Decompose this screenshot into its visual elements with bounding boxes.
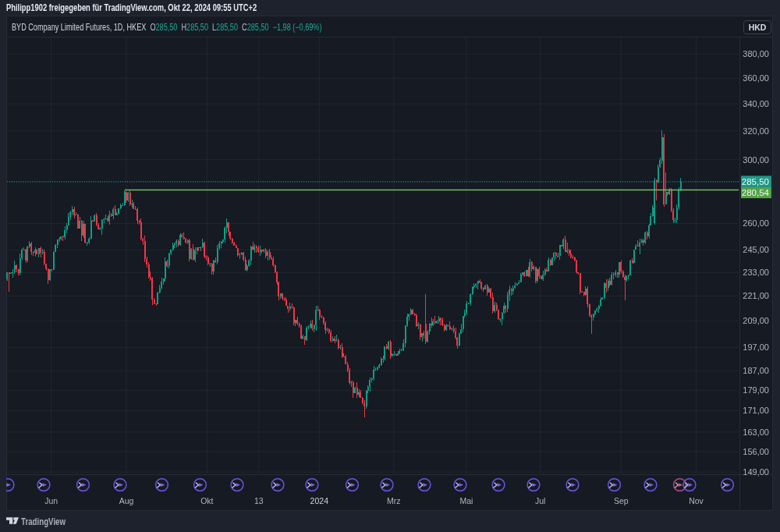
svg-text:360,00: 360,00: [743, 73, 769, 83]
svg-text:320,00: 320,00: [743, 126, 769, 136]
svg-text:2024: 2024: [310, 496, 329, 505]
svg-text:Nov: Nov: [689, 496, 704, 505]
svg-text:221,00: 221,00: [743, 291, 769, 300]
svg-text:179,00: 179,00: [743, 385, 769, 395]
svg-text:187,00: 187,00: [743, 366, 769, 375]
svg-text:Mai: Mai: [459, 496, 473, 505]
svg-text:Jun: Jun: [44, 496, 58, 505]
svg-text:380,00: 380,00: [743, 49, 769, 59]
svg-text:Aug: Aug: [119, 496, 134, 505]
svg-text:Mrz: Mrz: [387, 496, 401, 505]
svg-text:163,00: 163,00: [743, 427, 769, 437]
svg-text:260,00: 260,00: [743, 218, 769, 228]
svg-text:Okt: Okt: [200, 496, 213, 505]
svg-text:300,00: 300,00: [743, 155, 769, 165]
svg-text:171,00: 171,00: [743, 406, 769, 415]
svg-text:233,00: 233,00: [743, 268, 769, 277]
svg-text:Sep: Sep: [614, 496, 629, 505]
svg-text:156,00: 156,00: [743, 447, 769, 456]
svg-text:280,54: 280,54: [742, 188, 770, 197]
svg-text:149,00: 149,00: [743, 467, 769, 477]
svg-text:209,00: 209,00: [743, 316, 769, 325]
svg-text:245,00: 245,00: [743, 245, 769, 254]
svg-text:13: 13: [254, 496, 264, 505]
svg-text:197,00: 197,00: [743, 342, 769, 352]
svg-text:Jul: Jul: [535, 496, 545, 505]
svg-text:285,50: 285,50: [742, 177, 769, 186]
svg-text:340,00: 340,00: [743, 99, 769, 108]
